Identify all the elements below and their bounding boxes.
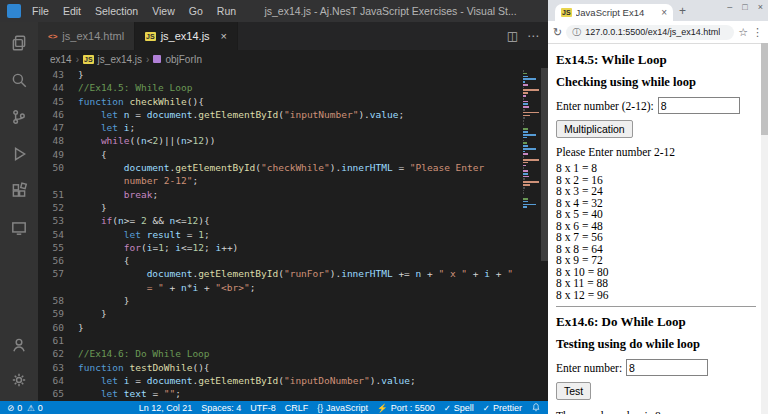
new-tab-button[interactable]: + bbox=[679, 4, 686, 18]
code-row[interactable]: 46 let n = document.getElementById("inpu… bbox=[38, 108, 548, 121]
code-row[interactable]: 56 { bbox=[38, 254, 548, 267]
code-row[interactable]: 55 for(i=1; i<=12; i++) bbox=[38, 241, 548, 254]
site-info-icon[interactable]: ⓘ bbox=[572, 26, 581, 39]
split-editor-icon[interactable]: ◫ bbox=[507, 29, 518, 43]
prettier-status[interactable]: ✓Prettier bbox=[483, 403, 522, 413]
multiplication-button[interactable]: Multiplication bbox=[556, 120, 633, 138]
indentation[interactable]: Spaces: 4 bbox=[201, 403, 241, 413]
code-row[interactable]: = " + n*i + "<br>"; bbox=[38, 281, 548, 294]
code-row[interactable]: 63function testDoWhile(){ bbox=[38, 361, 548, 374]
account-icon[interactable] bbox=[8, 334, 30, 356]
search-icon[interactable] bbox=[8, 69, 30, 91]
browser-tab[interactable]: JS JavaScript Ex14 × bbox=[555, 4, 673, 21]
line-number: 48 bbox=[38, 134, 64, 147]
code-line-text: { bbox=[64, 148, 107, 161]
minimap[interactable] bbox=[523, 70, 539, 209]
code-editor[interactable]: 43}44//Ex14.5: While Loop45function chec… bbox=[38, 68, 548, 401]
check-icon: ✓ bbox=[444, 403, 451, 413]
code-row[interactable]: 52 } bbox=[38, 201, 548, 214]
line-number: 58 bbox=[38, 294, 64, 307]
code-row[interactable]: 58 } bbox=[38, 294, 548, 307]
address-bar[interactable]: ⓘ 127.0.0.1:5500/ex14/js_ex14.html bbox=[566, 25, 734, 40]
code-row[interactable]: 44//Ex14.5: While Loop bbox=[38, 81, 548, 94]
code-row[interactable]: 47 let i; bbox=[38, 121, 548, 134]
line-number: 51 bbox=[38, 188, 64, 201]
menu-item[interactable]: Go bbox=[182, 5, 210, 17]
explorer-icon[interactable] bbox=[8, 32, 30, 54]
menu-item[interactable]: File bbox=[25, 5, 56, 17]
encoding[interactable]: UTF-8 bbox=[250, 403, 276, 413]
tab-js-ex14-js[interactable]: JS js_ex14.js × bbox=[135, 22, 238, 50]
problems-warnings[interactable]: ⚠0 bbox=[27, 403, 43, 413]
code-row[interactable]: 43} bbox=[38, 68, 548, 81]
code-row[interactable]: 54 let result = 1; bbox=[38, 228, 548, 241]
code-row[interactable]: 65 let text = ""; bbox=[38, 387, 548, 400]
live-server-icon[interactable] bbox=[8, 217, 30, 239]
close-tab-icon[interactable]: × bbox=[221, 30, 227, 42]
vscode-logo-icon[interactable] bbox=[7, 4, 21, 18]
eol-selector[interactable]: CRLF bbox=[285, 403, 309, 413]
problems-errors[interactable]: ⊘0 bbox=[7, 403, 22, 413]
scrollbar-thumb[interactable] bbox=[761, 43, 768, 135]
tab-js-ex14-html[interactable]: <> js_ex14.html bbox=[38, 22, 135, 50]
number-input[interactable] bbox=[658, 97, 740, 114]
close-button[interactable]: × bbox=[758, 2, 763, 12]
run-debug-icon[interactable] bbox=[8, 143, 30, 165]
refresh-icon[interactable]: ↻ bbox=[553, 26, 562, 39]
code-row[interactable]: 59 } bbox=[38, 307, 548, 320]
line-number: 44 bbox=[38, 81, 64, 94]
maximize-button[interactable]: □ bbox=[742, 2, 747, 12]
code-row[interactable]: 45function checkWhile(){ bbox=[38, 95, 548, 108]
browser-tab-strip: JS JavaScript Ex14 × + – □ × bbox=[548, 0, 768, 21]
code-row[interactable]: 50 document.getElementById("checkWhile")… bbox=[38, 161, 548, 174]
code-row[interactable]: 51 break; bbox=[38, 188, 548, 201]
symbol-method-icon bbox=[153, 55, 161, 63]
code-row[interactable]: number 2-12"; bbox=[38, 174, 548, 187]
html-file-icon: <> bbox=[48, 32, 57, 41]
menu-item[interactable]: Edit bbox=[56, 5, 88, 17]
result-line: 8 x 5 = 40 bbox=[556, 209, 756, 221]
breadcrumb-symbol[interactable]: objForIn bbox=[165, 54, 202, 65]
code-row[interactable]: 60} bbox=[38, 321, 548, 334]
notifications-bell-icon[interactable] bbox=[531, 402, 541, 413]
language-mode[interactable]: {}JavaScript bbox=[317, 403, 368, 413]
settings-gear-icon[interactable] bbox=[8, 369, 30, 391]
line-number: 59 bbox=[38, 307, 64, 320]
breadcrumb-folder[interactable]: ex14 bbox=[50, 54, 72, 65]
code-line-text: function testDoWhile(){ bbox=[64, 361, 210, 374]
scrollbar-thumb[interactable] bbox=[541, 68, 548, 261]
code-row[interactable]: 62//Ex14.6: Do While Loop bbox=[38, 347, 548, 360]
breadcrumb-file[interactable]: js_ex14.js bbox=[98, 54, 142, 65]
code-line-text: } bbox=[64, 321, 84, 334]
extensions-icon[interactable] bbox=[8, 180, 30, 202]
minimize-button[interactable]: – bbox=[727, 2, 732, 12]
menu-item[interactable]: View bbox=[145, 5, 182, 17]
more-actions-icon[interactable]: ⋯ bbox=[527, 29, 539, 43]
test-button[interactable]: Test bbox=[556, 382, 591, 400]
editor-scrollbar[interactable] bbox=[541, 68, 548, 401]
code-row[interactable]: 49 { bbox=[38, 148, 548, 161]
line-number: 55 bbox=[38, 241, 64, 254]
spell-checker[interactable]: ✓Spell bbox=[444, 403, 474, 413]
code-row[interactable]: 61 bbox=[38, 334, 548, 347]
browser-menu-icon[interactable]: ⋮ bbox=[752, 26, 763, 39]
source-control-icon[interactable] bbox=[8, 106, 30, 128]
validation-message: Please Enter number 2-12 bbox=[556, 146, 756, 158]
activity-bar bbox=[0, 22, 38, 401]
code-row[interactable]: 53 if(n>= 2 && n<=12){ bbox=[38, 214, 548, 227]
menu-item[interactable]: Selection bbox=[88, 5, 145, 17]
browser-scrollbar[interactable] bbox=[761, 43, 768, 414]
line-number: 50 bbox=[38, 161, 64, 174]
do-number-input[interactable] bbox=[626, 359, 708, 376]
cursor-position[interactable]: Ln 12, Col 21 bbox=[139, 403, 193, 413]
code-row[interactable]: 64 let i = document.getElementById("inpu… bbox=[38, 374, 548, 387]
live-server-port[interactable]: ⚡Port : 5500 bbox=[377, 403, 435, 413]
line-number: 62 bbox=[38, 347, 64, 360]
code-row[interactable]: 48 while((n<2)||(n>12)) bbox=[38, 134, 548, 147]
bookmark-star-icon[interactable]: ☆ bbox=[738, 26, 748, 39]
close-tab-icon[interactable]: × bbox=[661, 7, 667, 18]
line-number: 54 bbox=[38, 228, 64, 241]
menu-item[interactable]: Run bbox=[210, 5, 243, 17]
code-row[interactable]: 57 document.getElementById("runFor").inn… bbox=[38, 267, 548, 280]
code-line-text: } bbox=[64, 307, 107, 320]
